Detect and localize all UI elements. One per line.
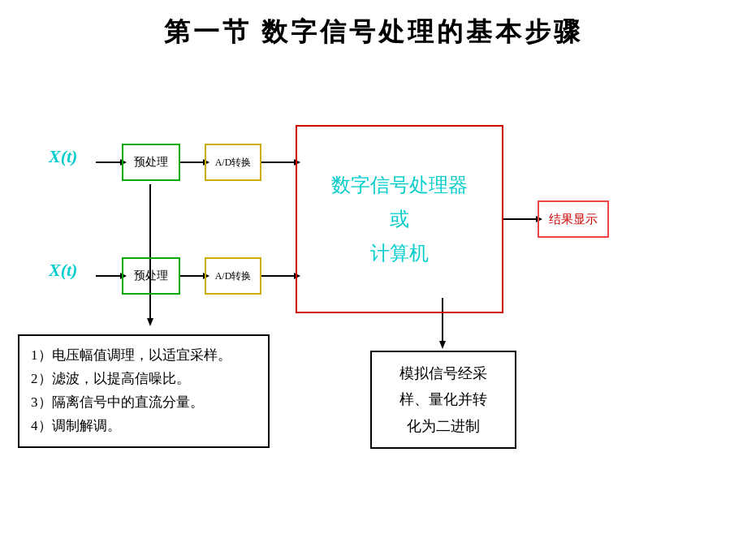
dsp-line2: 或 <box>390 205 409 234</box>
box-preprocess-bottom: 预处理 <box>122 257 180 295</box>
info-box-right: 模拟信号经采 样、量化并转 化为二进制 <box>370 351 516 449</box>
xt-top-label: X(t) <box>49 146 77 167</box>
xt-bottom-label: X(t) <box>49 260 77 281</box>
dsp-line3: 计算机 <box>370 239 429 268</box>
info-right-line3: 化为二进制 <box>383 413 503 439</box>
box-ad-top: A/D转换 <box>205 144 261 181</box>
info-left-line4: 4）调制解调。 <box>31 415 257 438</box>
box-result: 结果显示 <box>538 200 609 238</box>
info-box-left: 1）电压幅值调理，以适宜采样。 2）滤波，以提高信噪比。 3）隔离信号中的直流分… <box>18 334 270 448</box>
info-left-line3: 3）隔离信号中的直流分量。 <box>31 391 257 415</box>
info-left-line1: 1）电压幅值调理，以适宜采样。 <box>31 344 257 368</box>
box-ad-bottom: A/D转换 <box>205 257 261 295</box>
page-title: 第一节 数字信号处理的基本步骤 <box>0 0 747 58</box>
box-dsp: 数字信号处理器 或 计算机 <box>296 125 503 313</box>
dsp-line1: 数字信号处理器 <box>331 170 468 200</box>
svg-marker-17 <box>439 341 446 349</box>
box-preprocess-top: 预处理 <box>122 144 180 181</box>
diagram-area: X(t) 预处理 A/D转换 X(t) 预处理 A/D转换 数字信号处理器 或 … <box>0 67 747 407</box>
info-right-line2: 样、量化并转 <box>383 386 503 412</box>
info-right-line1: 模拟信号经采 <box>383 360 503 386</box>
svg-marker-15 <box>147 318 153 326</box>
info-left-line2: 2）滤波，以提高信噪比。 <box>31 368 257 391</box>
